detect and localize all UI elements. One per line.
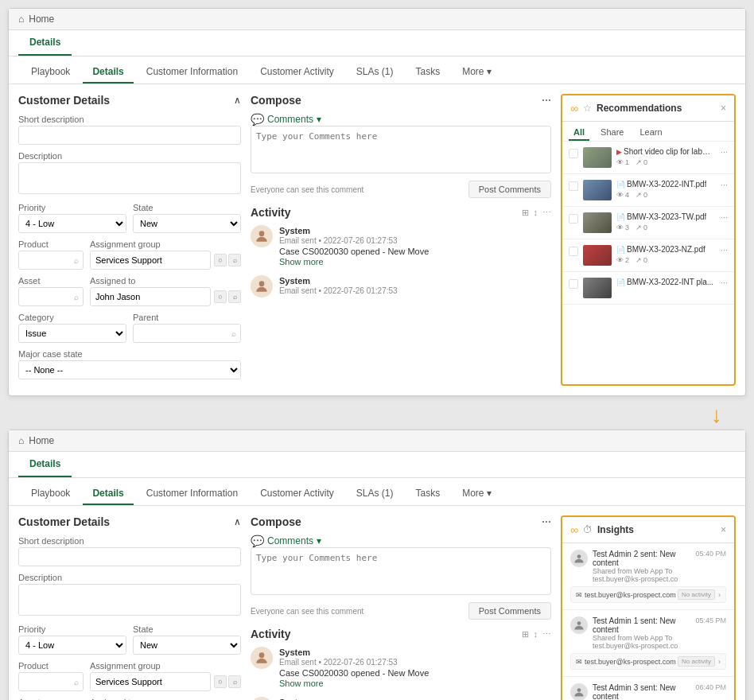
- compose-textarea[interactable]: [251, 126, 551, 173]
- nav-tab-customer-activity[interactable]: Customer Activity: [251, 61, 344, 84]
- nav-tab-details[interactable]: Details: [83, 61, 133, 84]
- parent-input[interactable]: [133, 324, 241, 343]
- category-col: Category Issue: [18, 313, 126, 349]
- nav-tab-tasks[interactable]: Tasks: [406, 61, 450, 84]
- compose-panel-2: Compose ⋯ 💬 Comments ▾ Everyone can see …: [251, 515, 551, 700]
- compose-more-icon-2[interactable]: ⋯: [542, 516, 551, 527]
- asset-search-icon: ⌕: [74, 293, 79, 301]
- filter-icon[interactable]: ⊞: [522, 208, 529, 218]
- nav-tab-customer-info[interactable]: Customer Information: [137, 61, 247, 84]
- rec-checkbox-2[interactable]: [569, 181, 578, 191]
- assignment-input[interactable]: [90, 251, 211, 270]
- assigned-action-1[interactable]: ○: [214, 290, 227, 303]
- insights-email-row-1: ✉ test.buyer@ks-prospect.com No activity…: [570, 586, 726, 603]
- nav-tab-customer-info-2[interactable]: Customer Information: [137, 483, 247, 505]
- insights-close-icon[interactable]: ×: [721, 524, 726, 535]
- customer-details-header: Customer Details ∧: [18, 94, 241, 107]
- activity-title-2: Activity: [251, 628, 291, 640]
- recommendations-close-icon[interactable]: ×: [721, 103, 726, 114]
- product-group: Product ⌕: [18, 239, 84, 270]
- collapse-icon-2[interactable]: ∧: [234, 516, 241, 527]
- assignment-search-icon[interactable]: ⌕: [228, 254, 241, 266]
- comments-button-2[interactable]: 💬 Comments ▾: [251, 535, 321, 547]
- assignment-search-icon-2[interactable]: ⌕: [228, 675, 241, 688]
- activity-title: Activity: [251, 206, 291, 219]
- rec-checkbox-1[interactable]: [569, 149, 578, 158]
- state-col: State New: [133, 203, 241, 239]
- rec-more-1[interactable]: ···: [721, 147, 728, 157]
- rec-more-4[interactable]: ···: [721, 245, 728, 255]
- nav-tab-details-2[interactable]: Details: [83, 483, 133, 505]
- activity-text-2-1: Case CS0020030 opened - New Move: [279, 668, 551, 678]
- description-textarea[interactable]: [18, 162, 241, 194]
- rec-views-4: 2: [625, 256, 629, 264]
- compose-header-2: Compose ⋯: [251, 515, 551, 528]
- post-comments-button[interactable]: Post Comments: [468, 181, 551, 198]
- priority-label: Priority: [18, 203, 126, 212]
- comments-button[interactable]: 💬 Comments ▾: [251, 113, 321, 126]
- priority-select-2[interactable]: 4 - Low: [18, 636, 126, 655]
- rec-more-3[interactable]: ···: [721, 212, 728, 222]
- rec-checkbox-3[interactable]: [569, 214, 578, 224]
- rec-checkbox-4[interactable]: [569, 247, 578, 256]
- assigned-to-actions: ○ ⌕: [214, 290, 241, 303]
- window-2: ⌂ Home Details Playbook Details Customer…: [8, 430, 746, 700]
- parent-input-wrapper: ⌕: [133, 324, 241, 343]
- compose-footer: Everyone can see this comment Post Comme…: [251, 181, 551, 198]
- sort-icon-2[interactable]: ↕: [534, 629, 538, 640]
- recommendations-tabs: All Share Learn: [562, 122, 734, 142]
- short-description-input[interactable]: [18, 126, 241, 145]
- rec-more-5[interactable]: ···: [721, 278, 728, 287]
- nav-tab-more-2[interactable]: More ▾: [453, 483, 501, 505]
- compose-textarea-2[interactable]: [251, 547, 551, 595]
- nav-tab-slas-2[interactable]: SLAs (1): [347, 483, 403, 505]
- comments-chevron-icon-2: ▾: [317, 535, 321, 546]
- nav-tab-playbook[interactable]: Playbook: [21, 61, 80, 84]
- comments-label-2: Comments: [267, 535, 313, 546]
- nav-tab-playbook-2[interactable]: Playbook: [21, 483, 80, 505]
- rec-checkbox-5[interactable]: [569, 279, 578, 289]
- insights-chevron-1[interactable]: ›: [718, 591, 721, 599]
- insights-user-info-1: Test Admin 2 sent: New content Shared fr…: [593, 550, 690, 583]
- nav-tab-tasks-2[interactable]: Tasks: [406, 483, 450, 505]
- short-description-input-2[interactable]: [18, 547, 241, 566]
- insights-email-text-2: test.buyer@ks-prospect.com: [585, 658, 676, 666]
- assignment-group: Assignment group ○ ⌕: [90, 239, 241, 270]
- rec-tab-share[interactable]: Share: [596, 125, 628, 141]
- insights-email-row-2: ✉ test.buyer@ks-prospect.com No activity…: [570, 653, 726, 670]
- rec-more-2[interactable]: ···: [721, 180, 728, 189]
- compose-more-icon[interactable]: ⋯: [542, 95, 551, 106]
- collapse-icon[interactable]: ∧: [234, 95, 241, 106]
- priority-select[interactable]: 4 - Low: [18, 214, 126, 233]
- product-col: Product ⌕: [18, 239, 84, 276]
- activity-more-icon[interactable]: ⋯: [542, 208, 551, 218]
- nav-tab-more[interactable]: More ▾: [453, 61, 501, 84]
- nav-tab-slas[interactable]: SLAs (1): [347, 61, 403, 84]
- show-more-link-2-1[interactable]: Show more: [279, 679, 324, 688]
- category-select[interactable]: Issue: [18, 324, 126, 343]
- tab-details[interactable]: Details: [18, 30, 72, 56]
- post-comments-button-2[interactable]: Post Comments: [468, 602, 551, 620]
- assignment-action-1-2[interactable]: ○: [214, 675, 227, 688]
- rec-thumbnail-2: [583, 180, 612, 200]
- nav-tab-customer-activity-2[interactable]: Customer Activity: [251, 483, 344, 505]
- assignment-action-1[interactable]: ○: [214, 254, 227, 266]
- tab-details-2[interactable]: Details: [18, 452, 72, 477]
- short-description-label: Short description: [18, 115, 241, 124]
- assigned-search-icon[interactable]: ⌕: [228, 290, 241, 303]
- show-more-link-1[interactable]: Show more: [279, 257, 324, 266]
- rec-tab-all[interactable]: All: [569, 125, 589, 141]
- window-1-titlebar: ⌂ Home: [9, 9, 745, 30]
- filter-icon-2[interactable]: ⊞: [522, 629, 529, 640]
- activity-more-icon-2[interactable]: ⋯: [542, 629, 551, 640]
- major-case-state-select[interactable]: -- None --: [18, 360, 241, 379]
- share-icon-4: ↗: [635, 256, 642, 264]
- assignment-input-2[interactable]: [90, 672, 211, 691]
- sort-icon[interactable]: ↕: [534, 208, 538, 218]
- insights-chevron-2[interactable]: ›: [718, 658, 721, 666]
- state-select[interactable]: New: [133, 214, 241, 233]
- assigned-to-input[interactable]: [90, 287, 211, 306]
- description-textarea-2[interactable]: [18, 584, 241, 616]
- state-select-2[interactable]: New: [133, 636, 241, 655]
- rec-tab-learn[interactable]: Learn: [635, 125, 667, 141]
